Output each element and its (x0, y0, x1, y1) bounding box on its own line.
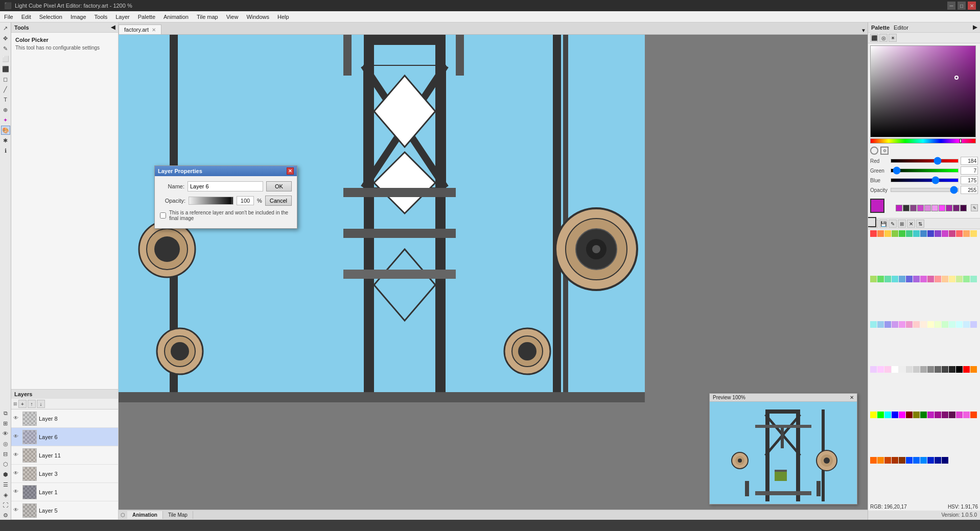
palette-color-cell[interactable] (942, 457, 948, 464)
palette-color-cell[interactable] (913, 366, 920, 373)
layer-item-layer5[interactable]: 👁 Layer 5 (11, 501, 118, 520)
palette-color-cell[interactable] (884, 412, 891, 418)
palette-color-cell[interactable] (913, 230, 920, 237)
palette-color-cell[interactable] (884, 457, 891, 464)
extra-tool-1[interactable]: ⊞ (1, 419, 10, 428)
palette-color-cell[interactable] (927, 457, 934, 464)
eraser-tool-btn[interactable]: ⬜ (1, 54, 10, 63)
palette-color-cell[interactable] (913, 457, 920, 464)
palette-color-cell[interactable] (920, 321, 927, 328)
palette-delete-btn[interactable]: ✕ (907, 220, 915, 228)
menu-item-tile-map[interactable]: Tile map (193, 13, 222, 21)
palette-color-cell[interactable] (913, 321, 920, 328)
layer-item-layer1[interactable]: 👁 Layer 1 (11, 483, 118, 501)
menu-item-help[interactable]: Help (273, 13, 293, 21)
palette-color-cell[interactable] (877, 321, 884, 328)
red-slider[interactable] (891, 159, 959, 163)
menu-item-edit[interactable]: Edit (17, 13, 35, 21)
palette-color-cell[interactable] (920, 366, 927, 373)
palette-color-cell[interactable] (870, 457, 877, 464)
palette-color-cell[interactable] (906, 230, 913, 237)
layer-item-layer6[interactable]: 👁 Layer 6 (11, 428, 118, 446)
quick-color-4[interactable] (917, 205, 924, 211)
add-layer-btn[interactable]: + (18, 400, 27, 408)
extra-tool-2[interactable]: 👁 (1, 429, 10, 438)
palette-color-cell[interactable] (942, 366, 948, 373)
quick-color-1[interactable] (896, 205, 902, 211)
palette-color-cell[interactable] (949, 321, 955, 328)
palette-save-btn[interactable]: 💾 (879, 220, 888, 228)
text-tool-btn[interactable]: T (1, 95, 10, 104)
palette-color-cell[interactable] (892, 412, 898, 418)
palette-color-cell[interactable] (970, 230, 977, 237)
palette-color-cell[interactable] (877, 230, 884, 237)
quick-color-2[interactable] (903, 205, 909, 211)
tools-collapse-btn[interactable]: ◀ (111, 24, 115, 31)
palette-color-cell[interactable] (935, 276, 941, 282)
palette-color-cell[interactable] (899, 457, 905, 464)
menu-item-animation[interactable]: Animation (159, 13, 193, 21)
palette-color-cell[interactable] (877, 366, 884, 373)
extra-tool-8[interactable]: ◈ (1, 490, 10, 499)
palette-color-cell[interactable] (963, 412, 970, 418)
palette-color-cell[interactable] (892, 457, 898, 464)
palette-tab[interactable]: Palette (871, 25, 890, 31)
palette-color-cell[interactable] (942, 321, 948, 328)
layer8-visibility-icon[interactable]: 👁 (13, 415, 20, 422)
menu-item-selection[interactable]: Selection (35, 13, 66, 21)
palette-color-cell[interactable] (892, 230, 898, 237)
palette-color-cell[interactable] (870, 366, 877, 373)
extra-tool-3[interactable]: ◎ (1, 439, 10, 448)
pen-color-btn[interactable]: ✎ (971, 204, 978, 211)
info-tool-btn[interactable]: ℹ (1, 146, 10, 155)
quick-color-6[interactable] (931, 205, 938, 211)
minimize-button[interactable]: ─ (947, 2, 955, 10)
blue-slider[interactable] (891, 178, 959, 182)
palette-color-cell[interactable] (870, 276, 877, 282)
quick-color-8[interactable] (946, 205, 952, 211)
secondary-color-swatch[interactable] (868, 217, 876, 227)
shape-tool-btn[interactable]: ◻ (1, 75, 10, 84)
sliders-icon[interactable]: ⚙ (880, 147, 889, 155)
opacity-slider2[interactable] (891, 188, 959, 192)
fill-tool-btn[interactable]: ⬛ (1, 64, 10, 74)
palette-color-cell[interactable] (906, 276, 913, 282)
palette-collapse-btn[interactable]: ▶ (973, 24, 977, 31)
palette-color-cell[interactable] (884, 276, 891, 282)
dialog-close-btn[interactable]: ✕ (287, 167, 294, 175)
palette-color-cell[interactable] (920, 457, 927, 464)
palette-color-cell[interactable] (956, 276, 963, 282)
menu-item-tools[interactable]: Tools (90, 13, 112, 21)
dialog-titlebar[interactable]: Layer Properties ✕ (155, 166, 297, 176)
extra-tool-7[interactable]: ☰ (1, 480, 10, 489)
line-tool-btn[interactable]: ╱ (1, 85, 10, 94)
menu-item-view[interactable]: View (222, 13, 243, 21)
tab-factory-art[interactable]: factory.art ✕ (119, 25, 161, 34)
zoom-tool-btn[interactable]: ⊕ (1, 105, 10, 114)
tab-animation[interactable]: Animation (127, 511, 163, 519)
palette-color-cell[interactable] (942, 230, 948, 237)
palette-color-cell[interactable] (963, 321, 970, 328)
palette-color-cell[interactable] (927, 366, 934, 373)
palette-color-cell[interactable] (892, 366, 898, 373)
green-slider[interactable] (891, 168, 959, 173)
palette-color-cell[interactable] (935, 366, 941, 373)
palette-color-cell[interactable] (892, 321, 898, 328)
tab-tilemap[interactable]: Tile Map (163, 511, 193, 519)
palette-color-cell[interactable] (877, 276, 884, 282)
palette-color-cell[interactable] (906, 366, 913, 373)
menu-item-file[interactable]: File (0, 13, 17, 21)
palette-color-cell[interactable] (870, 412, 877, 418)
fill-mode-btn[interactable]: ⬛ (870, 34, 878, 42)
palette-color-cell[interactable] (963, 276, 970, 282)
palette-color-cell[interactable] (970, 366, 977, 373)
palette-color-cell[interactable] (949, 230, 955, 237)
palette-color-cell[interactable] (927, 321, 934, 328)
gradient-mode-btn[interactable]: ◎ (879, 34, 888, 42)
palette-color-cell[interactable] (935, 321, 941, 328)
ok-button[interactable]: OK (266, 181, 292, 191)
palette-color-cell[interactable] (927, 276, 934, 282)
close-button[interactable]: ✕ (968, 2, 976, 10)
layer-name-input[interactable] (188, 181, 263, 191)
quick-color-7[interactable] (939, 205, 945, 211)
